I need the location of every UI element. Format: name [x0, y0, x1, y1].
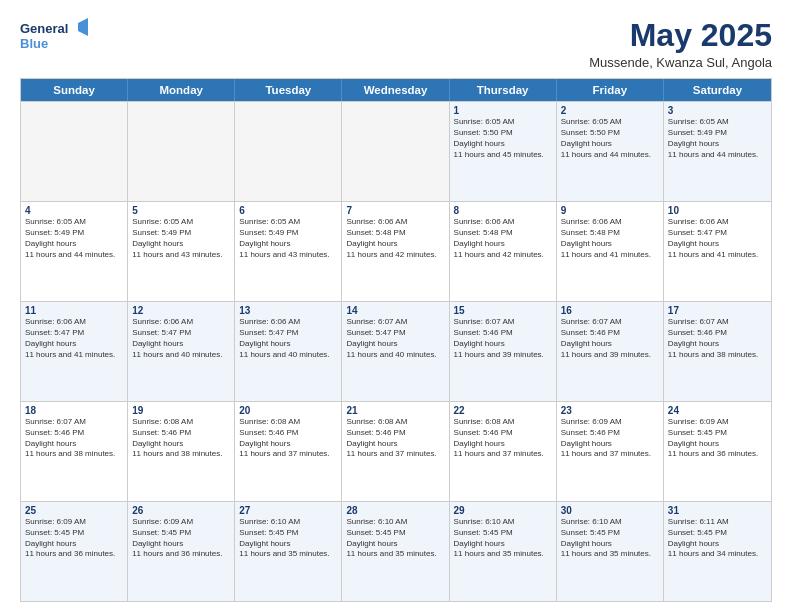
cell-info: Sunrise: 6:05 AM Sunset: 5:49 PM Dayligh…: [239, 217, 337, 260]
page: General Blue May 2025 Mussende, Kwanza S…: [0, 0, 792, 612]
day-cell-17: 17 Sunrise: 6:07 AM Sunset: 5:46 PM Dayl…: [664, 302, 771, 401]
month-title: May 2025: [589, 18, 772, 53]
date-number: 4: [25, 205, 123, 216]
cell-info: Sunrise: 6:09 AM Sunset: 5:45 PM Dayligh…: [668, 417, 767, 460]
date-number: 12: [132, 305, 230, 316]
date-number: 2: [561, 105, 659, 116]
calendar: SundayMondayTuesdayWednesdayThursdayFrid…: [20, 78, 772, 602]
day-cell-20: 20 Sunrise: 6:08 AM Sunset: 5:46 PM Dayl…: [235, 402, 342, 501]
date-number: 14: [346, 305, 444, 316]
day-cell-1: 1 Sunrise: 6:05 AM Sunset: 5:50 PM Dayli…: [450, 102, 557, 201]
date-number: 30: [561, 505, 659, 516]
date-number: 19: [132, 405, 230, 416]
cell-info: Sunrise: 6:11 AM Sunset: 5:45 PM Dayligh…: [668, 517, 767, 560]
date-number: 17: [668, 305, 767, 316]
date-number: 3: [668, 105, 767, 116]
cell-info: Sunrise: 6:06 AM Sunset: 5:48 PM Dayligh…: [561, 217, 659, 260]
date-number: 13: [239, 305, 337, 316]
day-cell-9: 9 Sunrise: 6:06 AM Sunset: 5:48 PM Dayli…: [557, 202, 664, 301]
cell-info: Sunrise: 6:07 AM Sunset: 5:46 PM Dayligh…: [25, 417, 123, 460]
date-number: 10: [668, 205, 767, 216]
location: Mussende, Kwanza Sul, Angola: [589, 55, 772, 70]
date-number: 6: [239, 205, 337, 216]
day-cell-24: 24 Sunrise: 6:09 AM Sunset: 5:45 PM Dayl…: [664, 402, 771, 501]
empty-cell: [342, 102, 449, 201]
cell-info: Sunrise: 6:09 AM Sunset: 5:45 PM Dayligh…: [25, 517, 123, 560]
day-cell-12: 12 Sunrise: 6:06 AM Sunset: 5:47 PM Dayl…: [128, 302, 235, 401]
cell-info: Sunrise: 6:05 AM Sunset: 5:49 PM Dayligh…: [668, 117, 767, 160]
date-number: 22: [454, 405, 552, 416]
cell-info: Sunrise: 6:06 AM Sunset: 5:48 PM Dayligh…: [346, 217, 444, 260]
day-header-sunday: Sunday: [21, 79, 128, 101]
cell-info: Sunrise: 6:07 AM Sunset: 5:47 PM Dayligh…: [346, 317, 444, 360]
svg-marker-2: [78, 18, 88, 36]
calendar-body: 1 Sunrise: 6:05 AM Sunset: 5:50 PM Dayli…: [21, 101, 771, 601]
day-cell-15: 15 Sunrise: 6:07 AM Sunset: 5:46 PM Dayl…: [450, 302, 557, 401]
day-header-monday: Monday: [128, 79, 235, 101]
day-cell-6: 6 Sunrise: 6:05 AM Sunset: 5:49 PM Dayli…: [235, 202, 342, 301]
day-cell-8: 8 Sunrise: 6:06 AM Sunset: 5:48 PM Dayli…: [450, 202, 557, 301]
calendar-row-4: 25 Sunrise: 6:09 AM Sunset: 5:45 PM Dayl…: [21, 501, 771, 601]
day-cell-19: 19 Sunrise: 6:08 AM Sunset: 5:46 PM Dayl…: [128, 402, 235, 501]
day-cell-26: 26 Sunrise: 6:09 AM Sunset: 5:45 PM Dayl…: [128, 502, 235, 601]
date-number: 25: [25, 505, 123, 516]
svg-text:General: General: [20, 21, 68, 36]
day-header-tuesday: Tuesday: [235, 79, 342, 101]
day-cell-31: 31 Sunrise: 6:11 AM Sunset: 5:45 PM Dayl…: [664, 502, 771, 601]
logo: General Blue: [20, 18, 90, 56]
date-number: 5: [132, 205, 230, 216]
date-number: 27: [239, 505, 337, 516]
date-number: 20: [239, 405, 337, 416]
date-number: 31: [668, 505, 767, 516]
cell-info: Sunrise: 6:08 AM Sunset: 5:46 PM Dayligh…: [454, 417, 552, 460]
cell-info: Sunrise: 6:10 AM Sunset: 5:45 PM Dayligh…: [346, 517, 444, 560]
calendar-header: SundayMondayTuesdayWednesdayThursdayFrid…: [21, 79, 771, 101]
day-cell-7: 7 Sunrise: 6:06 AM Sunset: 5:48 PM Dayli…: [342, 202, 449, 301]
svg-text:Blue: Blue: [20, 36, 48, 51]
cell-info: Sunrise: 6:08 AM Sunset: 5:46 PM Dayligh…: [132, 417, 230, 460]
cell-info: Sunrise: 6:07 AM Sunset: 5:46 PM Dayligh…: [454, 317, 552, 360]
cell-info: Sunrise: 6:06 AM Sunset: 5:47 PM Dayligh…: [132, 317, 230, 360]
day-cell-2: 2 Sunrise: 6:05 AM Sunset: 5:50 PM Dayli…: [557, 102, 664, 201]
calendar-row-1: 4 Sunrise: 6:05 AM Sunset: 5:49 PM Dayli…: [21, 201, 771, 301]
empty-cell: [21, 102, 128, 201]
day-cell-30: 30 Sunrise: 6:10 AM Sunset: 5:45 PM Dayl…: [557, 502, 664, 601]
day-cell-4: 4 Sunrise: 6:05 AM Sunset: 5:49 PM Dayli…: [21, 202, 128, 301]
calendar-row-0: 1 Sunrise: 6:05 AM Sunset: 5:50 PM Dayli…: [21, 101, 771, 201]
date-number: 7: [346, 205, 444, 216]
day-cell-3: 3 Sunrise: 6:05 AM Sunset: 5:49 PM Dayli…: [664, 102, 771, 201]
cell-info: Sunrise: 6:05 AM Sunset: 5:50 PM Dayligh…: [454, 117, 552, 160]
date-number: 28: [346, 505, 444, 516]
cell-info: Sunrise: 6:07 AM Sunset: 5:46 PM Dayligh…: [561, 317, 659, 360]
date-number: 9: [561, 205, 659, 216]
date-number: 8: [454, 205, 552, 216]
day-cell-18: 18 Sunrise: 6:07 AM Sunset: 5:46 PM Dayl…: [21, 402, 128, 501]
day-cell-14: 14 Sunrise: 6:07 AM Sunset: 5:47 PM Dayl…: [342, 302, 449, 401]
day-cell-10: 10 Sunrise: 6:06 AM Sunset: 5:47 PM Dayl…: [664, 202, 771, 301]
cell-info: Sunrise: 6:05 AM Sunset: 5:49 PM Dayligh…: [25, 217, 123, 260]
day-cell-25: 25 Sunrise: 6:09 AM Sunset: 5:45 PM Dayl…: [21, 502, 128, 601]
cell-info: Sunrise: 6:07 AM Sunset: 5:46 PM Dayligh…: [668, 317, 767, 360]
day-cell-29: 29 Sunrise: 6:10 AM Sunset: 5:45 PM Dayl…: [450, 502, 557, 601]
date-number: 26: [132, 505, 230, 516]
cell-info: Sunrise: 6:10 AM Sunset: 5:45 PM Dayligh…: [561, 517, 659, 560]
day-header-thursday: Thursday: [450, 79, 557, 101]
date-number: 29: [454, 505, 552, 516]
day-cell-11: 11 Sunrise: 6:06 AM Sunset: 5:47 PM Dayl…: [21, 302, 128, 401]
empty-cell: [128, 102, 235, 201]
cell-info: Sunrise: 6:06 AM Sunset: 5:47 PM Dayligh…: [25, 317, 123, 360]
cell-info: Sunrise: 6:09 AM Sunset: 5:46 PM Dayligh…: [561, 417, 659, 460]
date-number: 23: [561, 405, 659, 416]
date-number: 21: [346, 405, 444, 416]
cell-info: Sunrise: 6:06 AM Sunset: 5:48 PM Dayligh…: [454, 217, 552, 260]
day-cell-5: 5 Sunrise: 6:05 AM Sunset: 5:49 PM Dayli…: [128, 202, 235, 301]
title-block: May 2025 Mussende, Kwanza Sul, Angola: [589, 18, 772, 70]
day-header-wednesday: Wednesday: [342, 79, 449, 101]
cell-info: Sunrise: 6:06 AM Sunset: 5:47 PM Dayligh…: [668, 217, 767, 260]
date-number: 24: [668, 405, 767, 416]
cell-info: Sunrise: 6:10 AM Sunset: 5:45 PM Dayligh…: [454, 517, 552, 560]
day-cell-16: 16 Sunrise: 6:07 AM Sunset: 5:46 PM Dayl…: [557, 302, 664, 401]
cell-info: Sunrise: 6:08 AM Sunset: 5:46 PM Dayligh…: [239, 417, 337, 460]
logo-svg: General Blue: [20, 18, 90, 56]
date-number: 11: [25, 305, 123, 316]
